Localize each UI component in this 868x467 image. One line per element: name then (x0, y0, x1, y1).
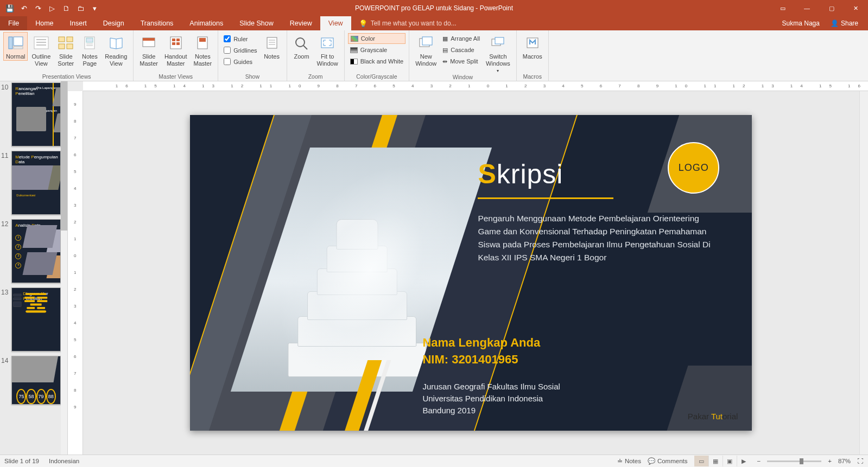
normal-view-button[interactable]: Normal (3, 32, 28, 61)
undo-button[interactable]: ↶ (17, 2, 30, 15)
new-window-button[interactable]: New Window (413, 32, 439, 67)
open-file-button[interactable]: 🗀 (74, 2, 87, 15)
zoom-button[interactable]: Zoom (290, 32, 313, 60)
status-notes-button[interactable]: ≐Notes (617, 457, 641, 465)
tab-view[interactable]: View (320, 16, 351, 30)
svg-rect-3 (34, 37, 48, 49)
status-slide-count[interactable]: Slide 1 of 19 (4, 458, 39, 464)
tab-design[interactable]: Design (95, 16, 132, 30)
cascade-button[interactable]: ▤Cascade (440, 44, 482, 55)
maximize-button[interactable]: ▢ (819, 0, 844, 16)
slide-canvas[interactable]: Skripsi Pengaruh Menggunaan Metode Pembe… (83, 91, 859, 455)
notes-icon: ≐ (617, 457, 623, 465)
move-split-button[interactable]: ⇹Move Split (440, 56, 482, 67)
svg-rect-47 (14, 298, 22, 300)
group-master-views: Slide Master Handout Master Notes Master… (134, 30, 218, 81)
start-from-beginning-button[interactable]: ▷ (46, 2, 59, 15)
window-title: POWERPOINT pro GELAP untuk Sidang - Powe… (355, 4, 513, 12)
svg-rect-8 (67, 37, 73, 42)
reading-view-button[interactable]: Reading View (102, 32, 130, 67)
gridlines-checkbox[interactable]: Gridlines (224, 46, 257, 55)
tell-me-search[interactable]: 💡 Tell me what you want to do... (351, 16, 457, 30)
close-button[interactable]: ✕ (844, 0, 868, 16)
quick-access-toolbar: 💾 ↶ ↷ ▷ 🗋 🗀 ▾ (0, 2, 101, 15)
view-slideshow-button[interactable]: ▶ (737, 456, 751, 466)
notes-page-button[interactable]: Notes Page (78, 32, 101, 67)
notes-button[interactable]: Notes (261, 32, 283, 60)
slide-logo: LOGO (668, 142, 719, 194)
tab-transitions[interactable]: Transitions (132, 16, 182, 30)
split-icon: ⇹ (442, 58, 447, 65)
svg-rect-46 (14, 294, 22, 296)
svg-rect-33 (422, 37, 432, 45)
outline-view-button[interactable]: Outline View (29, 32, 53, 67)
svg-rect-38 (25, 297, 35, 299)
zoom-in-button[interactable]: + (828, 458, 832, 464)
ruler-checkbox[interactable]: Ruler (224, 34, 257, 43)
tab-review[interactable]: Review (282, 16, 320, 30)
slide-department: Jurusan Geografi Fakultas Ilmu Sosial Un… (422, 381, 560, 416)
thumbnail-11[interactable]: 11 Metode Pengumpulan Data Dokumentasi T… (0, 150, 61, 218)
fit-to-window-button[interactable]: Fit to Window (314, 32, 341, 67)
vertical-ruler: 9876543210123456789 (68, 91, 83, 455)
tab-home[interactable]: Home (27, 16, 61, 30)
guides-checkbox[interactable]: Guides (224, 57, 257, 66)
tab-animations[interactable]: Animations (181, 16, 231, 30)
slide-description: Pengaruh Menggunaan Metode Pembelajaran … (478, 212, 722, 264)
current-slide[interactable]: Skripsi Pengaruh Menggunaan Metode Pembe… (190, 115, 752, 431)
new-file-button[interactable]: 🗋 (60, 2, 73, 15)
zoom-percent[interactable]: 87% (838, 458, 851, 464)
qat-customize-button[interactable]: ▾ (88, 2, 101, 15)
view-reading-button[interactable]: ▣ (723, 456, 737, 466)
slide-master-button[interactable]: Slide Master (137, 32, 161, 67)
thumbnail-13[interactable]: 13 Diagram Alur Penelitian (0, 286, 61, 355)
title-bar: 💾 ↶ ↷ ▷ 🗋 🗀 ▾ POWERPOINT pro GELAP untuk… (0, 0, 868, 16)
thumbnail-10[interactable]: 10 RRancanganancanganPenelitian Pra Lapa… (0, 81, 61, 150)
svg-rect-12 (86, 38, 93, 42)
tab-insert[interactable]: Insert (62, 16, 95, 30)
view-normal-button[interactable]: ▭ (694, 456, 708, 466)
group-presentation-views: Normal Outline View Slide Sorter Notes P… (0, 30, 134, 81)
share-button[interactable]: 👤 Share (826, 16, 863, 30)
tab-file[interactable]: File (0, 16, 27, 30)
title-underline (478, 197, 613, 199)
thumbnail-14[interactable]: 14 Hasil Penelitian 75 58 79 88 (0, 355, 61, 408)
switch-windows-button[interactable]: Switch Windows▾ (483, 32, 513, 73)
status-language[interactable]: Indonesian (49, 458, 79, 464)
redo-button[interactable]: ↷ (31, 2, 45, 15)
horizontal-ruler: 16 15 14 13 12 11 10 9 8 7 6 5 4 3 2 1 0… (83, 81, 868, 91)
save-button[interactable]: 💾 (3, 2, 16, 15)
slide-sorter-button[interactable]: Slide Sorter (54, 32, 77, 67)
grayscale-button[interactable]: Grayscale (348, 44, 406, 55)
macros-button[interactable]: Macros (520, 32, 545, 60)
group-show: Ruler Gridlines Guides Notes Show (218, 30, 287, 81)
slide-thumbnails-panel: 10 RRancanganancanganPenelitian Pra Lapa… (0, 81, 68, 455)
user-name[interactable]: Sukma Naga (782, 20, 820, 27)
notes-master-button[interactable]: Notes Master (191, 32, 215, 67)
slide-author: Nama Lengkap Anda NIM: 3201401965 (422, 335, 540, 368)
minimize-button[interactable]: — (795, 0, 819, 16)
lightbulb-icon: 💡 (359, 20, 368, 28)
ribbon-options-button[interactable]: ▭ (770, 0, 795, 16)
svg-rect-1 (14, 37, 23, 46)
thumbnail-12[interactable]: 12 Analisis Data 1 2 3 4 (0, 218, 61, 286)
black-white-button[interactable]: Black and White (348, 56, 406, 67)
status-comments-button[interactable]: 💬Comments (648, 457, 688, 465)
fit-slide-button[interactable]: ⛶ (857, 458, 864, 464)
svg-point-29 (296, 38, 305, 47)
zoom-slider[interactable] (767, 460, 821, 462)
color-button[interactable]: Color (348, 33, 406, 44)
thumbnail-scrollbar[interactable] (61, 81, 67, 455)
view-sorter-button[interactable]: ▦ (708, 456, 723, 466)
svg-line-30 (303, 46, 307, 49)
zoom-out-button[interactable]: − (757, 458, 761, 464)
svg-rect-22 (176, 42, 180, 45)
arrange-all-button[interactable]: ▦Arrange All (440, 33, 482, 44)
group-window: New Window ▦Arrange All ▤Cascade ⇹Move S… (409, 30, 517, 81)
handout-master-button[interactable]: Handout Master (162, 32, 190, 67)
svg-rect-19 (172, 39, 175, 41)
tab-slideshow[interactable]: Slide Show (231, 16, 282, 30)
vertical-scrollbar[interactable] (859, 91, 868, 455)
share-icon: 👤 (831, 20, 839, 27)
svg-rect-25 (267, 37, 277, 48)
